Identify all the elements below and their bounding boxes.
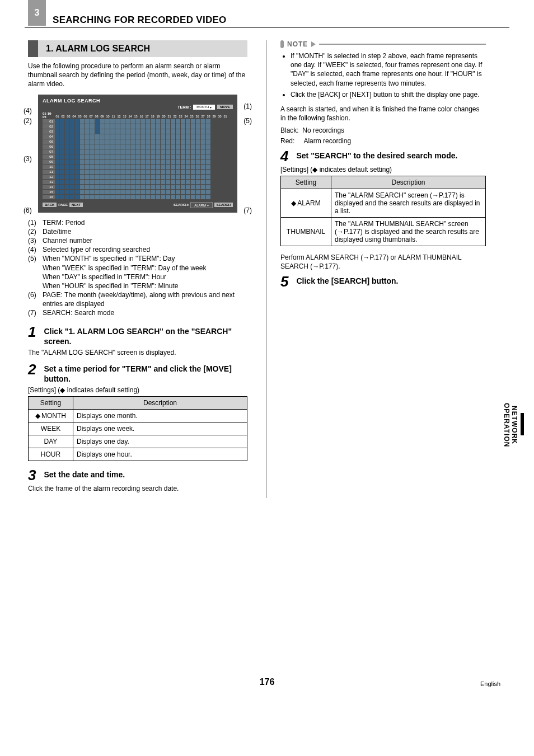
settings-note-2: [Settings] (◆ indicates default setting) <box>280 166 486 173</box>
back-button[interactable]: BACK <box>43 203 57 207</box>
callout-6: (6) <box>24 206 32 214</box>
callout-7: (7) <box>243 206 252 214</box>
channel-labels: 01020304050607080910111213141516 <box>43 119 55 200</box>
alarm-log-search-diagram: (1) (4) (2) (5) (3) (6) (7) ALARM LOG SE… <box>38 95 237 213</box>
term-dropdown[interactable]: MONTH▾ <box>193 105 215 110</box>
search-label: SEARCH: <box>174 203 189 206</box>
section-intro: Use the following procedure to perform a… <box>28 62 247 89</box>
step-4: 4 Set "SEARCH" to the desired search mod… <box>280 149 486 163</box>
note-list: If "MONTH" is selected in step 2 above, … <box>280 51 486 99</box>
language-label: English <box>480 680 500 687</box>
callout-2: (2) <box>24 117 32 125</box>
term-settings-table: Setting Description MONTHDisplays one mo… <box>28 396 247 461</box>
step-1-desc: The "ALARM LOG SEARCH" screen is display… <box>28 349 247 356</box>
note-heading: NOTE <box>280 40 486 48</box>
section-banner: 1. ALARM LOG SEARCH <box>28 40 247 57</box>
search-settings-table: Setting Description ALARMThe "ALARM SEAR… <box>280 176 486 246</box>
search-started-text: A search is started, and when it is fini… <box>280 105 486 123</box>
next-button[interactable]: NEXT <box>69 203 83 207</box>
callout-3: (3) <box>24 155 32 163</box>
section-number: 1. <box>46 44 53 53</box>
step-5: 5 Click the [SEARCH] button. <box>280 274 486 289</box>
step-1: 1 Click "1. ALARM LOG SEARCH" on the "SE… <box>28 325 247 346</box>
settings-note-1: [Settings] (◆ indicates default setting) <box>28 386 247 394</box>
triangle-icon <box>311 41 316 47</box>
section-title: ALARM LOG SEARCH <box>55 44 150 53</box>
step-3-desc: Click the frame of the alarm recording s… <box>28 485 247 492</box>
color-black: Black: No recordings <box>280 126 486 135</box>
chapter-title: SEARCHING FOR RECORDED VIDEO <box>53 15 227 26</box>
callout-legend: (1)TERM: Period (2)Date/time (3)Channel … <box>28 218 247 318</box>
step-2: 2 Set a time period for "TERM" and click… <box>28 362 247 384</box>
section-side-tab: NETWORK OPERATION <box>503 403 526 447</box>
callout-1: (1) <box>243 102 252 110</box>
page-number: 176 <box>260 677 275 687</box>
search-mode-dropdown[interactable]: ALARM ▾ <box>190 202 212 208</box>
diagram-title: ALARM LOG SEARCH <box>43 98 233 104</box>
move-button[interactable]: MOVE <box>217 105 233 109</box>
perform-text: Perform ALARM SEARCH (→P.177) or ALARM T… <box>280 253 486 271</box>
header-divider <box>25 27 509 28</box>
callout-4: (4) <box>24 107 32 115</box>
page-footer: 176 English <box>0 677 534 687</box>
search-button[interactable]: SEARCH <box>214 203 233 207</box>
date-label: 01-10-05 <box>43 112 55 119</box>
term-label: TERM : <box>177 105 191 109</box>
callout-5: (5) <box>243 117 252 125</box>
chapter-number: 3 <box>28 0 46 26</box>
step-3: 3 Set the date and time. <box>28 468 247 482</box>
page-label: PAGE <box>58 203 68 206</box>
data-grid[interactable] <box>55 119 210 200</box>
day-axis: 0102030405060708091011121314151617181920… <box>55 115 228 118</box>
color-red: Red: Alarm recording <box>280 137 486 145</box>
